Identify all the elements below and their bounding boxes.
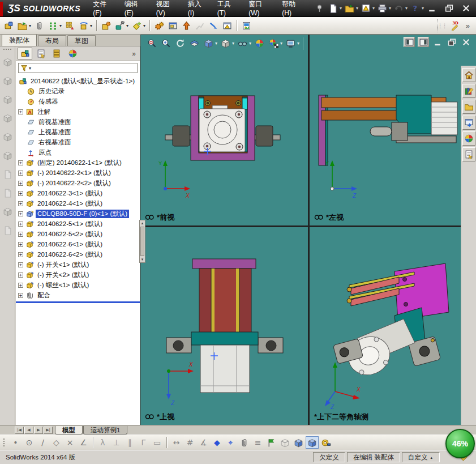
tree-item[interactable]: 右视基准面 bbox=[17, 137, 140, 147]
scroll-down-icon[interactable]: ▼ bbox=[141, 257, 144, 262]
tree-item[interactable]: 前视基准面 bbox=[17, 117, 140, 127]
smart-fasteners-icon[interactable] bbox=[33, 19, 46, 32]
tree-item[interactable]: +配合 bbox=[17, 290, 140, 300]
help-dropdown[interactable]: ▾ bbox=[422, 6, 424, 11]
rotate-view-icon[interactable] bbox=[173, 36, 187, 50]
reference-geometry-icon[interactable] bbox=[113, 19, 126, 32]
zoom-to-fit-icon[interactable] bbox=[145, 36, 159, 50]
exploded-view-icon[interactable] bbox=[180, 19, 193, 32]
expand-toggle[interactable]: + bbox=[18, 222, 23, 227]
docked-toolbar-icon-icon[interactable] bbox=[1, 186, 14, 199]
tree-item[interactable]: 历史记录 bbox=[17, 86, 140, 96]
docked-toolbar-icon-icon[interactable] bbox=[1, 149, 14, 161]
constraint-status[interactable]: 欠定义 bbox=[313, 452, 345, 462]
unit-system[interactable]: 自定义▴ bbox=[402, 452, 440, 462]
menu-item[interactable]: 帮助(H) bbox=[277, 0, 307, 19]
expand-toggle[interactable]: + bbox=[18, 242, 23, 247]
new-document-icon[interactable] bbox=[327, 2, 340, 15]
measure-icon[interactable] bbox=[319, 436, 332, 449]
section-view-icon[interactable] bbox=[187, 36, 201, 50]
mate-dropdown[interactable]: ▾ bbox=[59, 23, 62, 28]
shaded-display-icon[interactable] bbox=[292, 436, 305, 449]
assembly-visualization-icon[interactable] bbox=[166, 19, 179, 32]
design-library-icon[interactable] bbox=[462, 84, 475, 98]
zoom-to-area-icon[interactable] bbox=[159, 36, 173, 50]
toolbar-drag-handle[interactable] bbox=[3, 439, 6, 446]
strip-drag-handle[interactable] bbox=[3, 49, 11, 51]
tree-item[interactable]: +(-) 20140622-2<1> (默认) bbox=[17, 168, 140, 178]
expand-toggle[interactable]: + bbox=[18, 293, 23, 298]
apply-scene-dropdown[interactable]: ▾ bbox=[280, 41, 282, 46]
displaymanager-tab-icon[interactable] bbox=[65, 48, 80, 59]
file-explorer-icon[interactable] bbox=[462, 100, 475, 114]
tree-filter-dropdown[interactable]: ▾ bbox=[29, 66, 31, 71]
tree-item[interactable]: 上视基准面 bbox=[17, 127, 140, 137]
open-part-dropdown[interactable]: ▾ bbox=[29, 23, 31, 28]
restore-document-icon[interactable] bbox=[446, 37, 457, 47]
minimize-window-icon[interactable] bbox=[425, 2, 439, 15]
view-orientation-dropdown[interactable]: ▾ bbox=[215, 41, 217, 46]
display-style-dropdown[interactable]: ▾ bbox=[232, 41, 234, 46]
hide-show-items-dropdown[interactable]: ▾ bbox=[249, 41, 251, 46]
apply-scene-icon[interactable] bbox=[267, 36, 281, 50]
unit-system-dropdown[interactable]: ▴ bbox=[430, 453, 432, 462]
expand-toggle[interactable]: + bbox=[18, 201, 23, 206]
panel-splitter[interactable] bbox=[16, 301, 140, 303]
tree-item[interactable]: +(-) 开关<2> (默认) bbox=[17, 270, 140, 280]
snap-nearest-icon[interactable]: λ bbox=[96, 436, 109, 449]
docked-toolbar-icon-icon[interactable] bbox=[1, 224, 14, 236]
make-drawing-dropdown[interactable]: ▾ bbox=[372, 6, 375, 11]
menu-item[interactable]: 工具(T) bbox=[213, 0, 242, 19]
tree-item[interactable]: +(-) 螺丝<1> (默认) bbox=[17, 280, 140, 290]
smart-dimension-icon[interactable]: ↔ bbox=[170, 436, 183, 449]
menu-item[interactable]: 插入(I) bbox=[183, 0, 211, 19]
interference-detection-icon[interactable] bbox=[207, 19, 220, 32]
tree-item[interactable]: +20140622-5<2> (默认) bbox=[17, 229, 140, 239]
tree-item[interactable]: +20140622-4<1> (默认) bbox=[17, 198, 140, 208]
expand-toggle[interactable]: + bbox=[18, 181, 23, 186]
display-style-icon[interactable] bbox=[218, 36, 233, 50]
view-settings-icon[interactable] bbox=[284, 36, 298, 50]
attachments-icon[interactable] bbox=[238, 436, 251, 449]
expand-toggle[interactable]: + bbox=[18, 109, 23, 114]
tree-item[interactable]: 20140622 (默认<默认_显示状态-1>) bbox=[17, 76, 140, 86]
menu-item[interactable]: 编辑(E) bbox=[120, 0, 149, 19]
docked-toolbar-icon-icon[interactable] bbox=[1, 93, 14, 105]
print-icon[interactable] bbox=[376, 2, 389, 15]
sketch-line-icon[interactable]: ∕ bbox=[36, 436, 49, 449]
docked-toolbar-icon-icon[interactable] bbox=[1, 112, 14, 124]
assembly-xpert-icon[interactable] bbox=[221, 19, 234, 32]
expand-toggle[interactable]: + bbox=[18, 191, 23, 196]
make-drawing-icon[interactable] bbox=[359, 2, 373, 15]
reference-geometry-dropdown[interactable]: ▾ bbox=[126, 23, 128, 28]
document-tab[interactable]: 模型 bbox=[55, 426, 83, 435]
print-dropdown[interactable]: ▾ bbox=[389, 6, 391, 11]
tree-filter[interactable]: ▾ bbox=[18, 63, 138, 73]
scroll-tabs-next-icon[interactable]: ▶ bbox=[34, 427, 43, 434]
sketch-angle-icon[interactable]: ∠ bbox=[77, 436, 90, 449]
docked-toolbar-icon-icon[interactable] bbox=[1, 74, 14, 87]
scroll-tabs-first-icon[interactable]: |◀ bbox=[15, 427, 24, 434]
appearances-scenes-icon[interactable] bbox=[462, 131, 475, 146]
tree-item[interactable]: 传感器 bbox=[17, 96, 140, 107]
dimension-palette-icon[interactable]: ◆ bbox=[211, 436, 224, 449]
view-settings-dropdown[interactable]: ▾ bbox=[297, 41, 299, 46]
snap-perpendicular-icon[interactable]: ⊥ bbox=[110, 436, 123, 449]
expand-toggle[interactable]: + bbox=[18, 273, 23, 278]
tree-item[interactable]: +CDLQB80-50D-F (0)<1> (默认) bbox=[17, 208, 140, 219]
help-icon[interactable]: ? bbox=[409, 2, 422, 15]
sketch-trim-icon[interactable]: × bbox=[63, 436, 76, 449]
edit-appearance-icon[interactable] bbox=[252, 36, 267, 50]
propertymanager-tab-icon[interactable] bbox=[33, 48, 48, 59]
insert-components-icon[interactable] bbox=[2, 19, 15, 32]
scroll-thumb[interactable] bbox=[140, 227, 144, 256]
panel-overflow[interactable]: » bbox=[132, 50, 138, 58]
shaded-with-edges-display-icon[interactable] bbox=[306, 436, 319, 449]
menu-item[interactable]: 视图(V) bbox=[152, 0, 181, 19]
tree-scrollbar[interactable]: ▲ ▼ bbox=[139, 220, 145, 263]
sketch-polygon-icon[interactable]: ◇ bbox=[50, 436, 63, 449]
viewport-left[interactable]: Y Z *左视 bbox=[310, 35, 476, 225]
close-window-icon[interactable] bbox=[459, 2, 473, 15]
minimize-document-icon[interactable] bbox=[432, 37, 443, 47]
toolbar-overflow[interactable]: » bbox=[464, 22, 471, 30]
